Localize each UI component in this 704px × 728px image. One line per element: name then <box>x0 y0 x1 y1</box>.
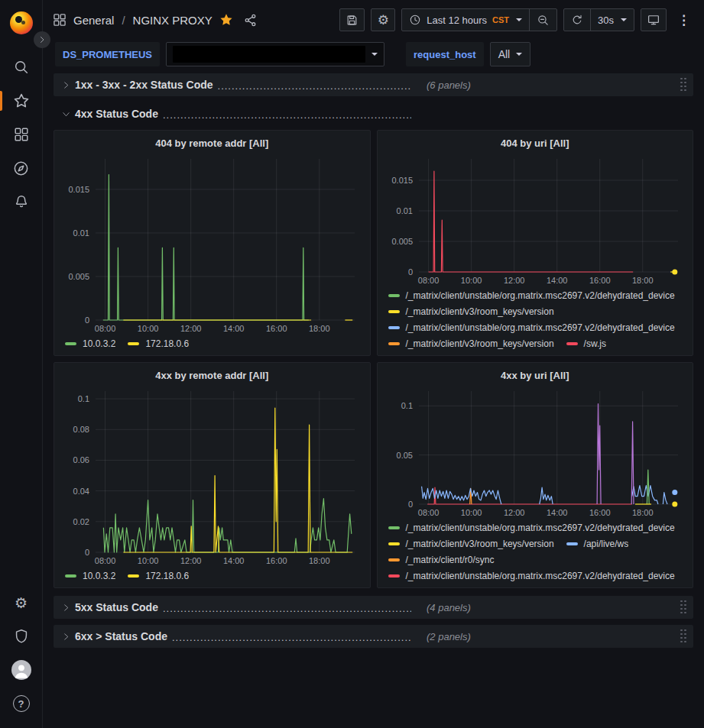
row-drag-handle[interactable] <box>680 78 687 92</box>
row-header-5xx[interactable]: 5xx Status Code ........................… <box>54 596 693 619</box>
legend-swatch <box>388 558 400 561</box>
legend-label: 10.0.3.2 <box>83 337 115 351</box>
svg-text:16:00: 16:00 <box>589 508 610 517</box>
sidebar-item-explore[interactable] <box>0 151 43 185</box>
legend-item[interactable]: /_matrix/client/r0/sync <box>388 553 495 567</box>
svg-text:12:00: 12:00 <box>180 556 202 565</box>
legend-swatch <box>388 294 400 297</box>
person-icon <box>11 660 31 680</box>
row-title: 5xx Status Code <box>75 601 158 613</box>
row-header-4xx[interactable]: 4xx Status Code ........................… <box>54 102 693 125</box>
row-title: 6xx > Status Code <box>75 630 167 642</box>
legend-label: /sw.js <box>584 337 606 351</box>
time-range-label: Last 12 hours <box>427 15 487 26</box>
legend-item[interactable]: /_matrix/client/unstable/org.matrix.msc2… <box>388 569 675 583</box>
share-button[interactable] <box>243 13 258 28</box>
legend-item[interactable]: 10.0.3.2 <box>65 337 115 351</box>
svg-text:18:00: 18:00 <box>309 556 330 565</box>
legend-item[interactable]: /_matrix/client/unstable/org.matrix.msc2… <box>388 321 675 335</box>
help-icon: ? <box>13 695 30 712</box>
svg-text:18:00: 18:00 <box>309 324 330 333</box>
zoom-out-time-button[interactable] <box>529 9 556 31</box>
row-title: 4xx Status Code <box>75 108 158 120</box>
svg-text:0.005: 0.005 <box>391 237 413 246</box>
row-dots-leader: ........................................… <box>163 603 411 614</box>
sidebar-item-profile[interactable] <box>0 653 43 687</box>
legend-label: /_matrix/client/unstable/org.matrix.msc2… <box>406 569 675 583</box>
monitor-icon <box>647 13 660 27</box>
legend-item[interactable]: 172.18.0.6 <box>128 569 189 583</box>
row-drag-handle[interactable] <box>680 600 687 615</box>
breadcrumb-section[interactable]: General <box>73 14 114 27</box>
legend-label: /_matrix/client/unstable/org.matrix.msc2… <box>406 321 675 335</box>
refresh-group: 30s <box>563 8 634 31</box>
legend-item[interactable]: /api/live/ws <box>566 537 629 551</box>
row-dots-leader: ........................................… <box>163 109 411 121</box>
legend-item[interactable]: 172.18.0.6 <box>128 337 189 351</box>
refresh-interval-dropdown[interactable]: 30s <box>590 9 634 31</box>
timeseries-chart[interactable]: 00.050.108:0010:0012:0014:0016:0018:00 <box>385 385 686 519</box>
cycle-view-button[interactable] <box>641 8 667 31</box>
request-host-select[interactable]: All <box>490 42 531 66</box>
sidebar-item-server-admin[interactable] <box>0 620 43 653</box>
legend-label: 172.18.0.6 <box>145 337 189 351</box>
legend-item[interactable]: /_matrix/client/v3/room_keys/version <box>388 337 554 351</box>
sidebar-item-dashboards[interactable] <box>0 118 43 151</box>
variables-bar: DS_PROMETHEUS request_host All <box>43 40 704 69</box>
legend-swatch <box>566 542 578 545</box>
legend-swatch <box>388 326 400 329</box>
svg-text:0: 0 <box>85 315 89 325</box>
dashboard-scroll-area[interactable]: 1xx - 3xx - 2xx Status Code ............… <box>43 69 704 728</box>
legend-swatch <box>65 342 76 345</box>
dashboard-settings-button[interactable]: ⚙ <box>371 8 395 31</box>
row-drag-handle[interactable] <box>680 629 687 644</box>
dashboard-header: General / NGINX PROXY ⚙ Last <box>43 0 704 40</box>
row-header-1xx-3xx-2xx[interactable]: 1xx - 3xx - 2xx Status Code ............… <box>54 73 693 96</box>
timeseries-chart[interactable]: 00.0050.010.01508:0010:0012:0014:0016:00… <box>385 153 686 286</box>
chart-legend: /_matrix/client/unstable/org.matrix.msc2… <box>385 519 686 583</box>
row-header-6xx[interactable]: 6xx > Status Code ......................… <box>54 625 693 648</box>
legend-swatch <box>388 342 400 345</box>
sidebar-expand-toggle[interactable] <box>34 31 50 48</box>
row-panel-count: (6 panels) <box>427 79 471 91</box>
panel-title[interactable]: 404 by uri [All] <box>385 134 686 153</box>
timeseries-chart[interactable]: 00.020.040.060.080.108:0010:0012:0014:00… <box>62 385 362 567</box>
legend-item[interactable]: /_matrix/client/unstable/org.matrix.msc2… <box>388 289 675 303</box>
legend-item[interactable]: /_matrix/client/unstable/org.matrix.msc2… <box>388 521 675 535</box>
favorite-star-button[interactable] <box>219 12 234 28</box>
datasource-variable-label[interactable]: DS_PROMETHEUS <box>55 42 160 66</box>
refresh-icon <box>571 14 583 26</box>
legend-item[interactable]: /_matrix/client/v3/room_keys/version <box>388 305 554 319</box>
sidebar-item-configuration[interactable]: ⚙ <box>0 586 43 620</box>
timeseries-chart[interactable]: 00.0050.010.01508:0010:0012:0014:0016:00… <box>62 153 362 335</box>
legend-item[interactable]: /sw.js <box>566 337 606 351</box>
grafana-logo-icon <box>10 11 33 34</box>
panel-title[interactable]: 404 by remote addr [All] <box>62 134 362 153</box>
svg-text:0.015: 0.015 <box>68 185 89 194</box>
svg-text:08:00: 08:00 <box>417 276 439 285</box>
sidebar-item-alerting[interactable] <box>0 185 43 218</box>
request-host-variable-label: request_host <box>406 42 484 66</box>
legend-item[interactable]: /_matrix/client/v3/room_keys/version <box>388 537 554 551</box>
panel-title[interactable]: 4xx by uri [All] <box>385 367 686 385</box>
sidebar-item-search[interactable] <box>0 50 43 84</box>
refresh-button[interactable] <box>564 9 590 31</box>
compass-icon <box>12 160 30 177</box>
time-picker-button[interactable]: Last 12 hours CST <box>402 9 529 31</box>
sidebar-item-help[interactable]: ? <box>0 687 43 720</box>
chart-legend: 10.0.3.2172.18.0.6 <box>62 567 362 583</box>
legend-label: /_matrix/client/v3/room_keys/version <box>406 305 554 319</box>
request-host-value: All <box>498 48 511 60</box>
legend-item[interactable]: 10.0.3.2 <box>65 569 115 583</box>
legend-swatch <box>65 574 76 578</box>
svg-text:0: 0 <box>85 548 89 557</box>
datasource-select[interactable] <box>166 42 384 66</box>
kebab-menu-button[interactable]: ⋮ <box>673 12 695 28</box>
svg-text:16:00: 16:00 <box>589 276 610 285</box>
sidebar-item-starred[interactable] <box>0 84 43 118</box>
save-dashboard-button[interactable] <box>339 8 365 31</box>
chevron-right-icon <box>60 79 72 91</box>
svg-text:0: 0 <box>407 500 412 509</box>
legend-label: /_matrix/client/unstable/org.matrix.msc2… <box>406 289 675 303</box>
panel-title[interactable]: 4xx by remote addr [All] <box>62 367 362 385</box>
